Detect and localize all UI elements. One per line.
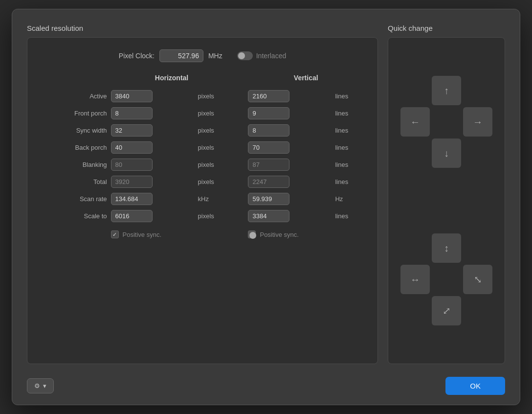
h-value-input-6[interactable] bbox=[111, 193, 153, 205]
gear-icon: ⚙ bbox=[34, 382, 40, 390]
up-arrow-button[interactable]: ↑ bbox=[432, 76, 461, 105]
h-value-input-7[interactable] bbox=[111, 210, 153, 222]
settings-chevron: ▾ bbox=[43, 382, 46, 390]
v-value-input-4[interactable] bbox=[248, 159, 289, 171]
row-label-3: Back porch bbox=[39, 139, 109, 156]
mhz-label: MHz bbox=[208, 52, 222, 60]
h-value-input-5[interactable] bbox=[111, 176, 153, 188]
v-unit-3: lines bbox=[333, 139, 366, 156]
h-unit-5: pixels bbox=[196, 173, 235, 190]
h-value-cell-4 bbox=[109, 156, 196, 173]
row-label-5: Total bbox=[39, 173, 109, 190]
scale-left-button[interactable]: ↔ bbox=[400, 265, 430, 294]
scale-up-button[interactable]: ↕ bbox=[432, 233, 461, 263]
scale-down-button[interactable]: ⤢ bbox=[432, 296, 461, 325]
h-sync-label: Positive sync. bbox=[123, 231, 161, 238]
v-sync-label: Positive sync. bbox=[260, 231, 298, 238]
v-value-cell-4 bbox=[246, 156, 333, 173]
v-unit-6: Hz bbox=[333, 190, 366, 207]
v-value-cell-5 bbox=[246, 173, 333, 190]
table-row: Active pixels lines bbox=[39, 88, 366, 105]
h-value-cell-7 bbox=[109, 207, 196, 225]
scale-arrow-grid: ↕ ↔ ⤡ ⤢ bbox=[400, 233, 492, 325]
h-value-cell-0 bbox=[109, 88, 196, 105]
table-row: Total pixels lines bbox=[39, 173, 366, 190]
row-label-0: Active bbox=[39, 88, 109, 105]
quick-change-title: Quick change bbox=[388, 24, 505, 32]
scaled-resolution-box: Pixel Clock: MHz Interlaced Horizontal bbox=[27, 37, 378, 364]
right-arrow-button[interactable]: → bbox=[463, 107, 492, 137]
h-value-cell-5 bbox=[109, 173, 196, 190]
left-arrow-button[interactable]: ← bbox=[400, 107, 430, 137]
v-unit-7: lines bbox=[333, 207, 366, 225]
sw-empty bbox=[400, 138, 430, 168]
v-unit-1: lines bbox=[333, 105, 366, 122]
v-unit-2: lines bbox=[333, 122, 366, 139]
dialog-body: Scaled resolution Pixel Clock: MHz Inter… bbox=[27, 24, 505, 364]
quick-change-box: ↑ ← → ↓ ↕ ↔ ⤡ bbox=[388, 37, 505, 364]
h-sync-container: ✓ Positive sync. bbox=[111, 230, 233, 238]
row-label-6: Scan rate bbox=[39, 190, 109, 207]
v-unit-5: lines bbox=[333, 173, 366, 190]
v-sync-checkbox[interactable] bbox=[248, 230, 256, 238]
row-label-4: Blanking bbox=[39, 156, 109, 173]
nw-empty bbox=[400, 76, 430, 105]
interlaced-toggle[interactable] bbox=[237, 51, 253, 60]
h-unit-7: pixels bbox=[196, 207, 235, 225]
se-empty bbox=[463, 138, 492, 168]
ne-empty bbox=[463, 76, 492, 105]
pixel-clock-row: Pixel Clock: MHz Interlaced bbox=[39, 49, 366, 62]
row-label-2: Sync width bbox=[39, 122, 109, 139]
interlaced-label: Interlaced bbox=[256, 52, 286, 60]
scale-ne-empty bbox=[463, 233, 492, 263]
v-value-input-6[interactable] bbox=[248, 193, 289, 205]
empty-header bbox=[39, 74, 109, 88]
v-value-input-3[interactable] bbox=[248, 141, 289, 154]
scaled-resolution-title: Scaled resolution bbox=[27, 24, 378, 32]
bottom-bar: ⚙ ▾ OK bbox=[27, 372, 505, 395]
v-value-input-7[interactable] bbox=[248, 210, 289, 222]
table-row: Front porch pixels lines bbox=[39, 105, 366, 122]
horizontal-header: Horizontal bbox=[109, 74, 235, 88]
table-row: Scan rate kHz Hz bbox=[39, 190, 366, 207]
spacer-header bbox=[234, 74, 246, 88]
h-value-cell-3 bbox=[109, 139, 196, 156]
v-unit-0: lines bbox=[333, 88, 366, 105]
h-value-input-0[interactable] bbox=[111, 90, 153, 102]
h-value-cell-6 bbox=[109, 190, 196, 207]
row-label-7: Scale to bbox=[39, 207, 109, 225]
right-panel: Quick change ↑ ← → ↓ ↕ bbox=[388, 24, 505, 364]
scale-right-button[interactable]: ⤡ bbox=[463, 265, 492, 294]
v-sync-container: Positive sync. bbox=[248, 230, 364, 238]
scale-center-empty bbox=[432, 265, 461, 294]
h-value-input-3[interactable] bbox=[111, 141, 153, 154]
center-empty bbox=[432, 107, 461, 137]
h-sync-checkbox[interactable]: ✓ bbox=[111, 230, 119, 238]
v-value-input-1[interactable] bbox=[248, 107, 289, 119]
h-unit-4: pixels bbox=[196, 156, 235, 173]
h-value-input-1[interactable] bbox=[111, 107, 153, 119]
row-label-1: Front porch bbox=[39, 105, 109, 122]
v-value-input-2[interactable] bbox=[248, 124, 289, 137]
interlaced-row: Interlaced bbox=[237, 51, 286, 60]
ok-button[interactable]: OK bbox=[445, 377, 505, 395]
h-value-cell-1 bbox=[109, 105, 196, 122]
v-value-input-0[interactable] bbox=[248, 90, 289, 102]
down-arrow-button[interactable]: ↓ bbox=[432, 138, 461, 168]
table-row: Blanking pixels lines bbox=[39, 156, 366, 173]
pixel-clock-input[interactable] bbox=[159, 49, 203, 62]
v-value-input-5[interactable] bbox=[248, 176, 289, 188]
h-value-input-4[interactable] bbox=[111, 159, 153, 171]
h-unit-3: pixels bbox=[196, 139, 235, 156]
v-unit-4: lines bbox=[333, 156, 366, 173]
h-unit-6: kHz bbox=[196, 190, 235, 207]
scale-sw-empty bbox=[400, 296, 430, 325]
params-table: Horizontal Vertical Active pixels lines … bbox=[39, 74, 366, 241]
scale-nw-empty bbox=[400, 233, 430, 263]
settings-button[interactable]: ⚙ ▾ bbox=[27, 378, 54, 393]
h-value-input-2[interactable] bbox=[111, 124, 153, 137]
dialog: Scaled resolution Pixel Clock: MHz Inter… bbox=[12, 9, 520, 405]
h-unit-1: pixels bbox=[196, 105, 235, 122]
v-value-cell-2 bbox=[246, 122, 333, 139]
v-value-cell-0 bbox=[246, 88, 333, 105]
